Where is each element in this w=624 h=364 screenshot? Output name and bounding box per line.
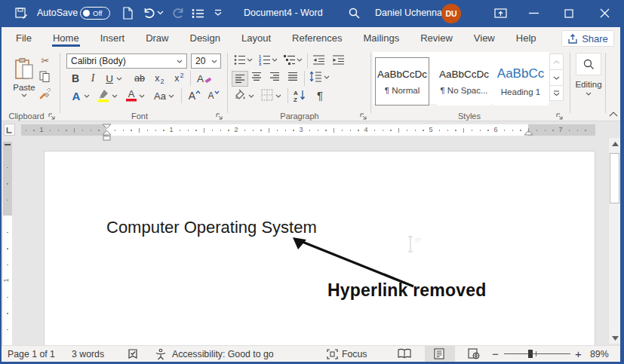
- document-heading-text[interactable]: Computer Operating System: [106, 218, 317, 237]
- focus-icon[interactable]: [327, 349, 338, 359]
- shading-button[interactable]: [234, 89, 247, 102]
- font-dialog-launcher[interactable]: [216, 113, 223, 121]
- bullets-chevron-icon[interactable]: [247, 58, 253, 62]
- focus-label[interactable]: Focus: [342, 349, 367, 359]
- close-button[interactable]: [600, 8, 610, 18]
- copy-button[interactable]: [39, 71, 51, 82]
- save-icon[interactable]: [15, 8, 28, 20]
- bulleted-list-icon[interactable]: [192, 8, 204, 19]
- tab-references[interactable]: References: [291, 29, 343, 47]
- paragraph-dialog-launcher[interactable]: [360, 113, 367, 121]
- text-effects-chevron-icon[interactable]: [84, 94, 90, 98]
- justify-button[interactable]: [287, 72, 298, 81]
- borders-chevron-icon[interactable]: [275, 94, 281, 98]
- tab-draw[interactable]: Draw: [145, 29, 169, 47]
- underline-button[interactable]: U: [104, 72, 115, 85]
- collapse-ribbon-button[interactable]: [609, 112, 618, 117]
- cut-button[interactable]: ✂: [39, 54, 51, 66]
- undo-chevron-icon[interactable]: [157, 11, 164, 15]
- editing-chevron-icon[interactable]: [586, 92, 592, 96]
- search-icon[interactable]: [348, 7, 361, 20]
- tab-selector[interactable]: [4, 124, 15, 136]
- bold-button[interactable]: B: [69, 72, 81, 85]
- font-size-combo[interactable]: 20: [191, 54, 221, 69]
- minimize-button[interactable]: [529, 12, 539, 14]
- change-case-button[interactable]: Aa: [152, 89, 168, 102]
- avatar[interactable]: DU: [441, 4, 461, 23]
- align-center-button[interactable]: [251, 72, 262, 81]
- font-name-combo[interactable]: Calibri (Body): [66, 54, 187, 69]
- line-spacing-chevron-icon[interactable]: [324, 75, 330, 79]
- shading-chevron-icon[interactable]: [248, 94, 254, 98]
- left-indent-marker[interactable]: [103, 136, 111, 141]
- new-document-icon[interactable]: [123, 7, 133, 20]
- clipboard-dialog-launcher[interactable]: [48, 113, 56, 121]
- accessibility-icon[interactable]: [155, 348, 168, 360]
- tab-home[interactable]: Home: [52, 29, 80, 47]
- user-name[interactable]: Daniel Uchenna: [375, 8, 442, 18]
- font-color-chevron-icon[interactable]: [139, 94, 145, 98]
- hanging-indent-marker[interactable]: [102, 130, 112, 136]
- word-count[interactable]: 3 words: [72, 349, 104, 359]
- format-painter-button[interactable]: [39, 87, 51, 99]
- decrease-indent-button[interactable]: [312, 54, 325, 66]
- horizontal-ruler[interactable]: 11234567: [21, 124, 595, 136]
- page-indicator[interactable]: Page 1 of 1: [8, 349, 55, 359]
- scroll-up-button[interactable]: [609, 138, 621, 149]
- vertical-ruler[interactable]: 1: [3, 142, 12, 345]
- numbering-button[interactable]: 123: [259, 54, 271, 66]
- editing-group-label[interactable]: Editing: [571, 80, 606, 89]
- share-button[interactable]: Share: [561, 30, 614, 47]
- scrollbar-thumb[interactable]: [610, 153, 619, 203]
- tab-view[interactable]: View: [473, 29, 496, 47]
- styles-scroll-up-button[interactable]: [549, 54, 564, 69]
- superscript-button[interactable]: x2: [172, 72, 186, 85]
- tab-help[interactable]: Help: [515, 29, 537, 47]
- tab-insert[interactable]: Insert: [100, 29, 126, 47]
- editing-find-button[interactable]: [576, 53, 601, 75]
- vertical-scrollbar[interactable]: [608, 138, 620, 344]
- zoom-slider-thumb[interactable]: [528, 350, 533, 358]
- highlight-chevron-icon[interactable]: [112, 94, 118, 98]
- strikethrough-button[interactable]: ab: [133, 72, 146, 85]
- font-color-button[interactable]: A: [125, 88, 137, 102]
- zoom-slider-track[interactable]: [504, 353, 570, 354]
- maximize-button[interactable]: [564, 9, 573, 18]
- style-nospac[interactable]: AaBbCcDc¶ No Spac...: [437, 57, 491, 106]
- zoom-level[interactable]: 89%: [590, 349, 609, 359]
- tab-review[interactable]: Review: [420, 29, 453, 47]
- grow-font-button[interactable]: A: [188, 89, 201, 102]
- text-effects-button[interactable]: A: [69, 89, 83, 102]
- underline-chevron-icon[interactable]: [116, 77, 122, 81]
- zoom-out-button[interactable]: −: [492, 347, 499, 360]
- tab-layout[interactable]: Layout: [241, 29, 272, 47]
- bullets-button[interactable]: [234, 54, 246, 66]
- style-normal[interactable]: AaBbCcDc¶ Normal: [375, 57, 429, 106]
- numbering-chevron-icon[interactable]: [272, 58, 278, 62]
- scroll-down-button[interactable]: [609, 332, 621, 344]
- align-left-button[interactable]: [232, 71, 248, 87]
- undo-icon[interactable]: [143, 7, 155, 20]
- italic-button[interactable]: I: [88, 72, 98, 85]
- tab-design[interactable]: Design: [189, 29, 221, 47]
- first-line-indent-marker[interactable]: [102, 124, 112, 129]
- autosave-toggle[interactable]: Off: [80, 7, 110, 20]
- styles-scroll-down-button[interactable]: [549, 69, 564, 85]
- highlight-button[interactable]: [97, 88, 110, 102]
- borders-button[interactable]: [261, 89, 273, 101]
- sort-button[interactable]: AZ: [294, 89, 306, 102]
- styles-more-button[interactable]: [549, 85, 564, 101]
- pilcrow-button[interactable]: ¶: [313, 87, 327, 102]
- read-mode-button[interactable]: [398, 348, 411, 359]
- styles-dialog-launcher[interactable]: [556, 113, 564, 121]
- multilevel-list-button[interactable]: [284, 54, 296, 66]
- line-spacing-button[interactable]: [309, 71, 321, 82]
- align-right-button[interactable]: [269, 72, 280, 81]
- print-layout-button[interactable]: [434, 348, 444, 359]
- style-heading1[interactable]: AaBbCcHeading 1: [493, 57, 548, 106]
- subscript-button[interactable]: x2: [152, 72, 166, 85]
- accessibility-status[interactable]: Accessibility: Good to go: [172, 349, 274, 359]
- paste-button[interactable]: Paste: [9, 53, 39, 102]
- change-case-chevron-icon[interactable]: [168, 94, 174, 98]
- tab-file[interactable]: File: [15, 29, 32, 47]
